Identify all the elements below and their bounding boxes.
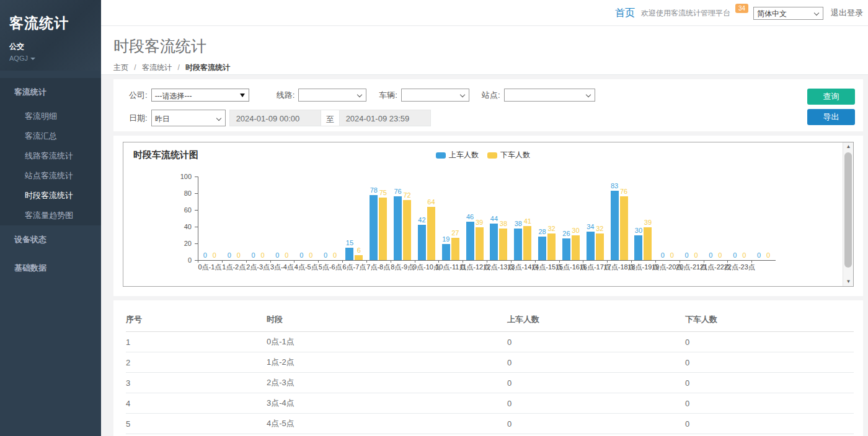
sidebar-nav: 客流统计客流明细客流汇总线路客流统计站点客流统计时段客流统计客流量趋势图设备状态… xyxy=(0,78,101,282)
y-tick xyxy=(195,210,198,211)
table-cell: 1点-2点 xyxy=(267,352,507,373)
triangle-down-icon xyxy=(240,94,245,97)
scroll-down-icon[interactable]: ▼ xyxy=(843,277,854,286)
chart-scrollbar[interactable]: ▲ ▼ xyxy=(843,142,853,286)
breadcrumb-separator: / xyxy=(134,63,136,72)
bar-value-label: 0 xyxy=(718,251,722,259)
y-tick xyxy=(195,227,198,227)
language-select[interactable]: 简体中文 xyxy=(753,7,823,20)
bar xyxy=(514,229,522,260)
table-cell: 2 xyxy=(126,352,267,373)
date-range-separator: 至 xyxy=(321,110,339,126)
scrollbar-thumb[interactable] xyxy=(844,152,852,268)
table-header-row: 序号时段上车人数下车人数 xyxy=(126,309,854,332)
table-cell: 0 xyxy=(507,332,685,352)
table-body: 10点-1点0021点-2点0032点-3点0043点-4点0054点-5点00… xyxy=(126,332,854,436)
sidebar-section: 基础数据 xyxy=(0,254,101,282)
bar xyxy=(611,191,619,260)
main-area: 首页 欢迎使用客流统计管理平台 34 简体中文 退出登录 时段客流统计 主页 /… xyxy=(101,0,868,436)
breadcrumb-section[interactable]: 客流统计 xyxy=(142,63,172,72)
org-name: 公交 xyxy=(9,41,101,52)
bar-value-label: 0 xyxy=(324,251,327,259)
bar-value-label: 75 xyxy=(379,189,387,196)
bar-value-label: 41 xyxy=(524,217,531,225)
bar-value-label: 32 xyxy=(547,225,555,232)
table-cell: 5点-6点 xyxy=(267,434,507,436)
table-cell: 0 xyxy=(685,434,854,436)
column-header: 上车人数 xyxy=(507,309,685,332)
sidebar-subitem[interactable]: 客流汇总 xyxy=(0,126,101,146)
sidebar-subitem[interactable]: 客流量趋势图 xyxy=(0,206,101,225)
table-row: 54点-5点00 xyxy=(126,414,854,434)
table-row: 10点-1点00 xyxy=(126,332,854,352)
table-row: 43点-4点00 xyxy=(126,393,854,414)
table-cell: 0 xyxy=(685,393,854,414)
query-button[interactable]: 查询 xyxy=(807,89,855,105)
bar-value-label: 39 xyxy=(476,219,483,226)
bar-value-label: 34 xyxy=(587,223,594,230)
sidebar-section: 客流统计客流明细客流汇总线路客流统计站点客流统计时段客流统计客流量趋势图 xyxy=(0,78,101,225)
export-button[interactable]: 导出 xyxy=(807,109,855,125)
user-menu[interactable]: AQGJ xyxy=(9,54,101,62)
chevron-down-icon xyxy=(460,92,465,97)
sidebar-item[interactable]: 设备状态 xyxy=(0,225,101,254)
sidebar-item[interactable]: 客流统计 xyxy=(0,78,101,107)
table-cell: 6 xyxy=(126,434,267,436)
bar xyxy=(587,232,595,260)
bar xyxy=(562,238,570,260)
bar-value-label: 78 xyxy=(370,186,378,194)
bar xyxy=(499,229,507,260)
company-select[interactable]: ---请选择--- xyxy=(151,89,249,102)
bar xyxy=(451,238,459,260)
language-value: 简体中文 xyxy=(757,9,787,18)
sidebar-subitem[interactable]: 站点客流统计 xyxy=(0,166,101,186)
notification-badge[interactable]: 34 xyxy=(735,4,748,13)
bar-value-label: 15 xyxy=(346,239,353,246)
bar-value-label: 0 xyxy=(333,251,337,259)
bar-value-label: 0 xyxy=(709,251,712,259)
y-tick-label: 100 xyxy=(173,173,192,180)
bar-value-label: 0 xyxy=(252,251,255,259)
bar-value-label: 0 xyxy=(261,251,265,259)
table-cell: 5 xyxy=(126,414,267,434)
date-preset-select[interactable]: 昨日 xyxy=(151,110,226,126)
logout-link[interactable]: 退出登录 xyxy=(831,7,863,19)
bar xyxy=(370,195,378,260)
bar-value-label: 83 xyxy=(611,182,618,190)
y-tick xyxy=(195,193,198,194)
date-to-input[interactable]: 2024-01-09 23:59 xyxy=(339,110,431,126)
station-select[interactable] xyxy=(504,89,595,102)
y-tick xyxy=(195,243,198,244)
vehicle-select[interactable] xyxy=(401,89,469,102)
bar-value-label: 0 xyxy=(299,251,303,259)
breadcrumb: 主页 / 客流统计 / 时段客流统计 xyxy=(113,63,868,73)
bar-value-label: 0 xyxy=(228,251,231,259)
table-cell: 0 xyxy=(685,373,854,393)
home-link[interactable]: 首页 xyxy=(615,7,635,20)
x-category-label: 2点-3点 xyxy=(246,263,270,272)
table-cell: 3 xyxy=(126,373,267,393)
column-header: 下车人数 xyxy=(685,309,854,332)
date-from-input[interactable]: 2024-01-09 00:00 xyxy=(229,110,321,126)
line-select[interactable] xyxy=(298,89,366,102)
bar-value-label: 64 xyxy=(427,198,435,206)
breadcrumb-home[interactable]: 主页 xyxy=(113,63,128,72)
top-bar-right: 首页 欢迎使用客流统计管理平台 34 简体中文 退出登录 xyxy=(615,0,863,26)
bar-value-label: 0 xyxy=(766,251,770,259)
filter-row-1: 公司: ---请选择--- 线路: 车辆: 站点: xyxy=(117,89,855,102)
sidebar-item[interactable]: 基础数据 xyxy=(0,254,101,282)
x-category-label: 0点-1点 xyxy=(198,263,221,272)
bar-value-label: 38 xyxy=(500,220,507,227)
bar-value-label: 0 xyxy=(742,251,746,259)
column-header: 时段 xyxy=(267,309,507,332)
scroll-up-icon[interactable]: ▲ xyxy=(843,142,854,151)
bar-value-label: 72 xyxy=(403,191,410,199)
sidebar-subitem[interactable]: 客流明细 xyxy=(0,107,101,126)
sidebar-subitem[interactable]: 线路客流统计 xyxy=(0,146,101,166)
bar xyxy=(345,248,353,260)
period-table: 序号时段上车人数下车人数 10点-1点0021点-2点0032点-3点0043点… xyxy=(126,309,854,436)
bar-value-label: 0 xyxy=(694,251,698,259)
x-category-label: 6点-7点 xyxy=(342,263,366,272)
table-panel: 序号时段上车人数下车人数 10点-1点0021点-2点0032点-3点0043点… xyxy=(113,300,863,436)
sidebar-subitem[interactable]: 时段客流统计 xyxy=(0,186,101,206)
